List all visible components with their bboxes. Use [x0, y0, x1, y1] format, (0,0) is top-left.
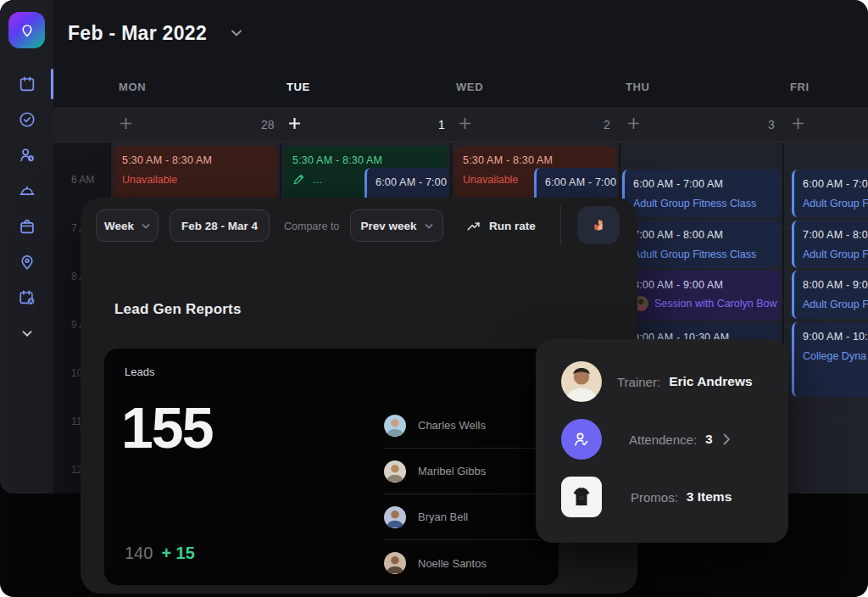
- day-number-thu: 3: [768, 118, 775, 131]
- compare-period-select[interactable]: Prev week: [350, 209, 443, 242]
- day-label-fri: FRI: [790, 81, 810, 93]
- session-details-card: Trainer: Eric Andrews Attendence: 3 Prom…: [536, 339, 788, 543]
- package-icon: [18, 217, 36, 236]
- app-logo[interactable]: [8, 12, 45, 48]
- add-event-button-tue[interactable]: [288, 117, 301, 130]
- app-window: Feb - Mar 2022 MON TUE WED THU FRI 28 1 …: [0, 0, 868, 597]
- day-label-mon: MON: [119, 81, 146, 93]
- report-integration-button[interactable]: [577, 206, 620, 244]
- chevron-right-icon[interactable]: [723, 433, 731, 445]
- list-item[interactable]: Maribel Gibbs: [384, 449, 541, 494]
- sidebar-expand-button[interactable]: [0, 315, 53, 351]
- day-number-tue: 1: [438, 118, 445, 131]
- sidebar-item-packages[interactable]: [0, 209, 53, 244]
- sidebar-item-calendar[interactable]: [0, 66, 53, 102]
- add-event-button-thu[interactable]: [627, 117, 640, 130]
- promo-tshirt-image: [561, 477, 602, 517]
- trainer-avatar: [561, 361, 602, 402]
- day-label-wed: WED: [456, 81, 483, 93]
- chevron-down-icon: [425, 223, 433, 229]
- attendance-label: Attendence:: [629, 432, 697, 447]
- trainer-row: Trainer: Eric Andrews: [561, 361, 753, 402]
- calendar-icon: [18, 75, 36, 93]
- toolbar-divider: [560, 206, 561, 245]
- blocks-icon: [589, 216, 608, 235]
- pencil-icon: [292, 173, 305, 186]
- event-class-fri-9am[interactable]: 9:00 AM - 10:30 AM College Dyna: [792, 322, 868, 397]
- avatar: [384, 415, 406, 437]
- attendance-row[interactable]: Attendence: 3: [561, 419, 731, 460]
- sidebar-item-tasks[interactable]: [0, 102, 53, 137]
- map-pin-icon: [18, 253, 36, 271]
- promos-value: 3 Items: [687, 489, 732, 505]
- date-range-button[interactable]: Feb 28 - Mar 4: [170, 209, 270, 242]
- event-class-fri-6am[interactable]: 6:00 AM - 7:00 AM Adult Group Fitness Cl…: [792, 170, 868, 217]
- trainer-name: Eric Andrews: [669, 374, 753, 389]
- sidebar-item-locations[interactable]: [0, 244, 53, 280]
- promos-label: Promos:: [631, 490, 678, 505]
- time-label: 6 AM: [71, 174, 94, 186]
- leads-previous-value: 140: [125, 544, 153, 563]
- add-event-button-wed[interactable]: [459, 117, 471, 130]
- user-check-icon: [571, 429, 592, 449]
- avatar: [384, 552, 406, 574]
- sidebar-item-bookings[interactable]: [0, 280, 53, 315]
- check-circle-icon: [18, 110, 36, 129]
- sidebar: [0, 0, 53, 494]
- attendance-value: 3: [705, 432, 713, 447]
- chevron-down-icon[interactable]: [231, 29, 242, 37]
- list-item[interactable]: Charles Wells: [384, 403, 541, 449]
- page-title: Feb - Mar 2022: [68, 22, 207, 45]
- location-pin-icon: [18, 21, 36, 40]
- trainer-label: Trainer:: [617, 375, 660, 389]
- chevron-down-icon: [142, 223, 150, 229]
- run-rate-toggle[interactable]: Run rate: [466, 219, 536, 233]
- leads-people-list: Charles Wells Maribel Gibbs Bryan Bell N…: [384, 403, 541, 586]
- add-event-button-mon[interactable]: [120, 117, 132, 130]
- event-class-fri-8am[interactable]: 8:00 AM - 9:00 AM Adult Group Fitness Cl…: [792, 271, 868, 319]
- avatar: [384, 506, 406, 528]
- event-class-thu-7am[interactable]: 7:00 AM - 8:00 AM Adult Group Fitness Cl…: [622, 220, 781, 268]
- chevron-down-icon: [18, 324, 36, 343]
- list-item[interactable]: Noelle Santos: [384, 540, 541, 586]
- sidebar-item-services[interactable]: [0, 173, 53, 209]
- event-class-thu-6am[interactable]: 6:00 AM - 7:00 AM Adult Group Fitness Cl…: [622, 170, 781, 217]
- leads-delta: + 15: [161, 544, 194, 563]
- service-bell-icon: [18, 181, 36, 200]
- attendance-icon: [561, 419, 602, 460]
- avatar: [384, 460, 406, 483]
- sidebar-item-clients[interactable]: [0, 137, 53, 173]
- report-title: Lead Gen Reports: [114, 301, 242, 318]
- list-item[interactable]: Bryan Bell: [384, 494, 541, 540]
- day-label-thu: THU: [626, 81, 650, 93]
- period-select[interactable]: Week: [96, 209, 159, 242]
- leads-label: Leads: [125, 365, 154, 378]
- leads-card: Leads 155 140 + 15 Charles Wells Maribel…: [104, 349, 559, 585]
- event-class-fri-7am[interactable]: 7:00 AM - 8:00 AM Adult Group Fitness Cl…: [792, 220, 868, 268]
- day-label-tue: TUE: [287, 81, 310, 93]
- client-clock-icon: [18, 146, 36, 165]
- day-number-wed: 2: [604, 118, 610, 131]
- calendar-user-icon: [18, 288, 36, 307]
- event-session-thu-8am[interactable]: 8:00 AM - 9:00 AM Session with Carolyn B…: [622, 271, 781, 321]
- day-number-mon: 28: [261, 118, 275, 131]
- promos-row[interactable]: Promos: 3 Items: [561, 477, 732, 517]
- add-event-button-fri[interactable]: [792, 117, 804, 130]
- leads-value: 155: [121, 394, 212, 460]
- compare-to-label: Compare to: [284, 220, 339, 232]
- trending-up-icon: [466, 219, 481, 233]
